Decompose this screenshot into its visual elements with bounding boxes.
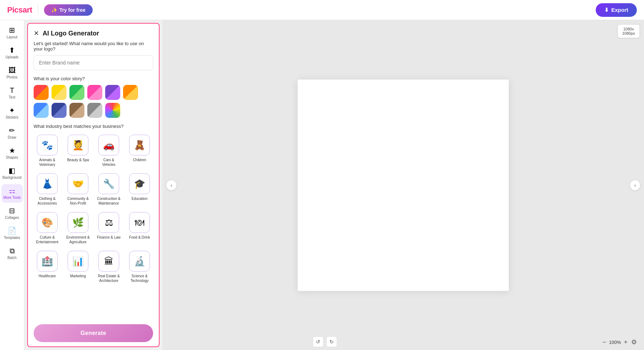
industry-item-construction[interactable]: 🔧 Construction & Maintenance bbox=[95, 172, 122, 207]
industry-item-community[interactable]: 🤝 Community & Non-Profit bbox=[64, 172, 92, 207]
sidebar-label-collages: Collages bbox=[5, 216, 19, 220]
text-icon: T bbox=[10, 87, 14, 94]
sidebar-item-stickers[interactable]: ✦ Stickers bbox=[1, 104, 23, 123]
sidebar-item-collages[interactable]: ⊟ Collages bbox=[1, 204, 23, 223]
industry-label-finance: Finance & Law bbox=[97, 235, 121, 240]
industry-item-animals[interactable]: 🐾 Animals & Veterinary bbox=[34, 133, 61, 168]
color-swatch-yellow[interactable] bbox=[52, 85, 67, 100]
panel-header: ✕ AI Logo Generator bbox=[28, 24, 159, 41]
industry-label-children: Children bbox=[133, 158, 146, 162]
industry-label-environment: Environment & Agriculture bbox=[66, 235, 90, 244]
color-swatch-brown[interactable] bbox=[69, 103, 84, 118]
industry-icon-environment: 🌿 bbox=[68, 212, 88, 233]
collages-icon: ⊟ bbox=[9, 207, 15, 214]
size-indicator: 1080x1080px bbox=[618, 24, 640, 38]
header-divider bbox=[38, 5, 38, 15]
industry-label-construction: Construction & Maintenance bbox=[97, 196, 121, 206]
generate-button[interactable]: Generate bbox=[34, 324, 153, 342]
industry-item-science[interactable]: 🔬 Science & Technology bbox=[126, 249, 153, 284]
sidebar-item-layout[interactable]: ⊞ Layout bbox=[1, 24, 23, 42]
bottom-bar: − 100% + ⚙ bbox=[162, 334, 644, 350]
sidebar-item-templates[interactable]: 📄 Templates bbox=[1, 224, 23, 243]
zoom-out-button[interactable]: − bbox=[602, 339, 606, 346]
industry-item-realestate[interactable]: 🏛 Real Estate & Architecture bbox=[95, 249, 122, 284]
zoom-in-button[interactable]: + bbox=[624, 339, 628, 346]
layout-icon: ⊞ bbox=[9, 27, 15, 34]
draw-icon: ✏ bbox=[9, 127, 15, 134]
industry-item-culture[interactable]: 🎨 Culture & Entertainment bbox=[34, 211, 61, 246]
try-free-button[interactable]: ✨ Try for free bbox=[44, 4, 93, 16]
sidebar-item-batch[interactable]: ⧉ Batch bbox=[1, 244, 23, 263]
industry-label-culture: Culture & Entertainment bbox=[35, 235, 59, 244]
industry-icon-food: 🍽 bbox=[129, 212, 150, 233]
industry-label-science: Science & Technology bbox=[127, 274, 152, 283]
tools-sidebar: ⊞ Layout ⬆ Uploads 🖼 Photos T Text ✦ Sti… bbox=[0, 20, 24, 350]
brand-name-input[interactable] bbox=[34, 55, 153, 70]
industry-label-community: Community & Non-Profit bbox=[66, 196, 90, 206]
sidebar-item-draw[interactable]: ✏ Draw bbox=[1, 124, 23, 143]
settings-button[interactable]: ⚙ bbox=[631, 338, 637, 346]
color-swatch-green[interactable] bbox=[69, 85, 84, 100]
industry-label-beauty: Beauty & Spa bbox=[67, 158, 89, 162]
color-swatch-purple[interactable] bbox=[105, 85, 120, 100]
sidebar-item-shapes[interactable]: ★ Shapes bbox=[1, 144, 23, 163]
sidebar-label-text: Text bbox=[9, 95, 15, 100]
industry-icon-beauty: 💆 bbox=[68, 135, 88, 155]
industry-item-food[interactable]: 🍽 Food & Drink bbox=[126, 211, 153, 246]
color-swatch-indigo[interactable] bbox=[52, 103, 67, 118]
sidebar-item-uploads[interactable]: ⬆ Uploads bbox=[1, 44, 23, 62]
industry-item-children[interactable]: 🧸 Children bbox=[126, 133, 153, 168]
logo: Picsart bbox=[7, 5, 32, 15]
export-button[interactable]: ⬇ Export bbox=[596, 3, 637, 17]
stickers-icon: ✦ bbox=[9, 107, 15, 114]
main-body: ⊞ Layout ⬆ Uploads 🖼 Photos T Text ✦ Sti… bbox=[0, 20, 644, 350]
color-swatch-multi[interactable] bbox=[105, 103, 120, 118]
close-icon[interactable]: ✕ bbox=[34, 29, 39, 37]
sidebar-item-photos[interactable]: 🖼 Photos bbox=[1, 64, 23, 82]
industry-grid: 🐾 Animals & Veterinary 💆 Beauty & Spa 🚗 … bbox=[34, 133, 153, 284]
color-swatch-blue[interactable] bbox=[34, 103, 49, 118]
industry-item-cars[interactable]: 🚗 Cars & Vehicles bbox=[95, 133, 122, 168]
industry-icon-marketing: 📊 bbox=[68, 251, 88, 272]
uploads-icon: ⬆ bbox=[9, 47, 15, 54]
industry-icon-children: 🧸 bbox=[129, 135, 150, 155]
industry-item-clothing[interactable]: 👗 Clothing & Accessories bbox=[34, 172, 61, 207]
generate-section: Generate bbox=[28, 320, 159, 346]
magic-icon: ✨ bbox=[51, 7, 57, 13]
industry-icon-healthcare: 🏥 bbox=[37, 251, 58, 272]
sidebar-label-templates: Templates bbox=[4, 236, 20, 240]
industry-item-marketing[interactable]: 📊 Marketing bbox=[64, 249, 92, 284]
more-tools-icon: ⚏ bbox=[9, 187, 15, 194]
industry-item-education[interactable]: 🎓 Education bbox=[126, 172, 153, 207]
question3-label: What industry best matches your business… bbox=[34, 124, 153, 129]
header-left: Picsart ✨ Try for free bbox=[7, 4, 93, 16]
canvas-next-button[interactable]: › bbox=[630, 180, 640, 191]
background-icon: ◧ bbox=[9, 167, 15, 174]
industry-item-beauty[interactable]: 💆 Beauty & Spa bbox=[64, 133, 92, 168]
industry-icon-education: 🎓 bbox=[129, 173, 150, 194]
sidebar-item-text[interactable]: T Text bbox=[1, 84, 23, 102]
color-swatch-gray[interactable] bbox=[87, 103, 102, 118]
sidebar-label-stickers: Stickers bbox=[6, 115, 19, 120]
sidebar-label-batch: Batch bbox=[8, 256, 17, 260]
color-swatch-orange[interactable] bbox=[123, 85, 138, 100]
header: Picsart ✨ Try for free ⬇ Export bbox=[0, 0, 644, 20]
sidebar-label-layout: Layout bbox=[6, 35, 17, 39]
color-swatch-pink[interactable] bbox=[87, 85, 102, 100]
industry-item-finance[interactable]: ⚖ Finance & Law bbox=[95, 211, 122, 246]
industry-item-environment[interactable]: 🌿 Environment & Agriculture bbox=[64, 211, 92, 246]
sidebar-item-more-tools[interactable]: ⚏ More Tools bbox=[1, 184, 23, 203]
sidebar-label-background: Background bbox=[3, 176, 21, 180]
shapes-icon: ★ bbox=[9, 147, 15, 154]
industry-item-healthcare[interactable]: 🏥 Healthcare bbox=[34, 249, 61, 284]
templates-icon: 📄 bbox=[8, 227, 16, 234]
sidebar-item-background[interactable]: ◧ Background bbox=[1, 164, 23, 183]
industry-icon-cars: 🚗 bbox=[98, 135, 119, 155]
panel-content: Let's get started! What name would you l… bbox=[28, 41, 159, 320]
color-swatch-red[interactable] bbox=[34, 85, 49, 100]
industry-icon-animals: 🐾 bbox=[37, 135, 58, 155]
industry-label-marketing: Marketing bbox=[70, 274, 86, 278]
question1-label: Let's get started! What name would you l… bbox=[34, 41, 153, 52]
zoom-control: − 100% + bbox=[602, 339, 628, 346]
canvas-prev-button[interactable]: ‹ bbox=[166, 180, 177, 191]
